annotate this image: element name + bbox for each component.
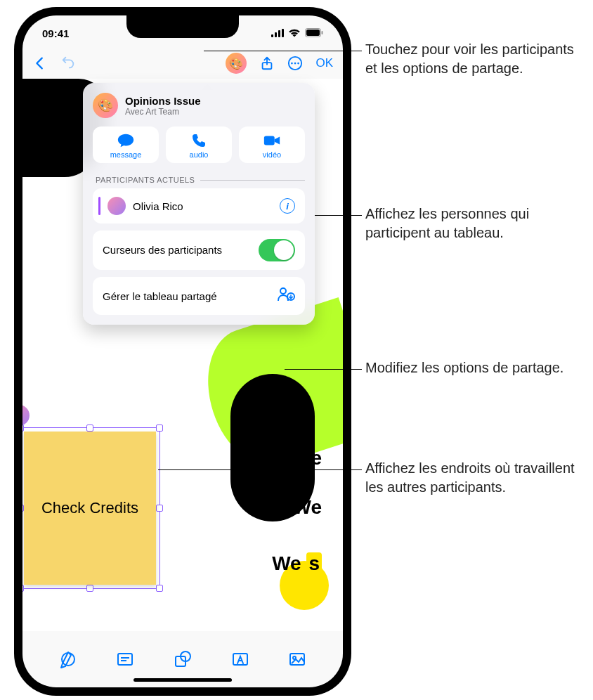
svg-rect-0	[271, 34, 273, 37]
share-button[interactable]	[259, 56, 275, 71]
svg-point-13	[280, 288, 286, 294]
canvas-text: We	[293, 447, 322, 469]
pen-tool[interactable]	[58, 649, 78, 672]
more-button[interactable]	[287, 56, 303, 71]
manage-label: Gérer le tableau partagé	[103, 290, 217, 302]
video-label: vidéo	[263, 150, 281, 159]
signal-icon	[271, 27, 284, 39]
media-tool[interactable]	[287, 649, 307, 672]
participants-header: PARTICIPANTS ACTUELS	[96, 176, 305, 184]
svg-rect-16	[118, 654, 132, 665]
done-button[interactable]: OK	[315, 56, 333, 70]
svg-rect-3	[282, 29, 284, 37]
callout-line	[158, 469, 362, 470]
svg-rect-6	[306, 30, 320, 36]
svg-rect-1	[275, 32, 277, 37]
info-icon[interactable]: i	[280, 198, 295, 214]
undo-button[interactable]	[60, 56, 76, 71]
callout-text: Touchez pour voir les participants et le…	[365, 40, 583, 78]
callout-text: Modifiez les options de partage.	[365, 358, 583, 377]
callout-line	[285, 369, 362, 370]
audio-button[interactable]: audio	[166, 127, 232, 163]
sticky-selection[interactable]: Check Credits	[22, 427, 160, 589]
cursors-label: Curseurs des participants	[103, 244, 222, 257]
cursors-toggle[interactable]	[259, 239, 295, 261]
participant-cursors-row: Curseurs des participants	[93, 231, 305, 270]
video-button[interactable]: vidéo	[239, 127, 305, 163]
canvas-text: We s	[272, 552, 322, 575]
participant-row[interactable]: Olivia Rico i	[93, 188, 305, 223]
canvas-text: We	[293, 496, 322, 519]
board-title: Opinions Issue	[125, 95, 201, 107]
home-indicator	[133, 678, 232, 682]
collaboration-button[interactable]: 🎨	[226, 53, 247, 74]
collaboration-popover: 🎨 Opinions Issue Avec Art Team message a…	[83, 83, 315, 325]
svg-rect-12	[264, 136, 275, 145]
notch	[126, 15, 239, 38]
svg-point-10	[294, 63, 296, 65]
screen: 09:41	[22, 15, 343, 687]
svg-point-9	[291, 63, 293, 65]
wifi-icon	[288, 27, 301, 39]
board-avatar: 🎨	[93, 93, 118, 118]
status-right	[271, 27, 323, 39]
participant-cursor-avatar	[22, 403, 31, 427]
audio-label: audio	[190, 150, 209, 159]
shapes-tool[interactable]	[173, 649, 193, 672]
sticky-note[interactable]: Check Credits	[24, 432, 156, 585]
text-tool[interactable]	[230, 649, 250, 672]
board-subtitle: Avec Art Team	[125, 107, 201, 117]
message-button[interactable]: message	[93, 127, 159, 163]
sticky-tool[interactable]	[115, 649, 135, 672]
bottom-toolbar	[22, 649, 343, 672]
message-label: message	[110, 150, 142, 159]
manage-icon	[277, 285, 295, 306]
svg-rect-2	[278, 30, 280, 37]
phone-frame: 09:41	[14, 7, 351, 696]
svg-rect-5	[322, 31, 323, 34]
callout-text: Affichez les personnes qui participent a…	[365, 205, 583, 242]
participant-color-icon	[98, 197, 100, 215]
battery-icon	[305, 27, 323, 39]
callout-text: Affichez les endroits où travaillent les…	[365, 459, 583, 497]
top-toolbar: 🎨 OK	[22, 48, 343, 79]
participant-name: Olivia Rico	[133, 200, 273, 212]
back-button[interactable]	[32, 56, 48, 71]
manage-shared-board-button[interactable]: Gérer le tableau partagé	[93, 277, 305, 315]
status-time: 09:41	[42, 27, 69, 39]
participant-avatar	[107, 197, 126, 215]
svg-point-11	[298, 63, 300, 65]
